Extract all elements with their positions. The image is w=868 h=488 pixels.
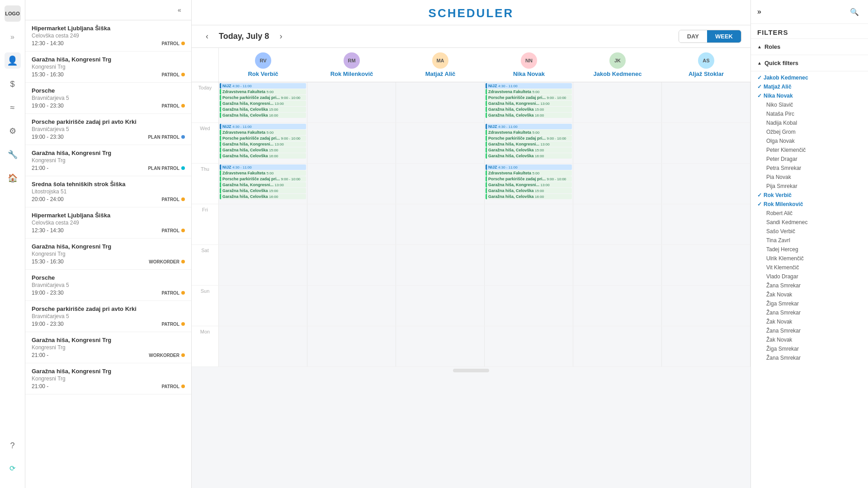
event-1-0-5[interactable]: Garažna hiša, Celovška 16:00 — [220, 153, 306, 159]
job-list-item[interactable]: Sredna šola tehniških strok Šiška Litost… — [25, 176, 191, 207]
job-list-item[interactable]: Garažna hiša, Kongresni Trg Kongresni Tr… — [25, 363, 191, 394]
calendar-cell-6-3[interactable] — [485, 326, 573, 366]
job-list-item[interactable]: Porsche parkirišče zadaj pri avto Krki B… — [25, 114, 191, 145]
filter-person-12[interactable]: Pija Smrekar — [757, 182, 862, 191]
filter-person-20[interactable]: Ulrik Klemenčič — [757, 254, 862, 263]
analytics-icon[interactable]: ≈ — [5, 99, 21, 116]
tools-icon[interactable]: 🔧 — [5, 146, 21, 163]
filter-search-btn[interactable]: 🔍 — [847, 5, 862, 19]
calendar-cell-6-5[interactable] — [662, 326, 750, 366]
event-1-0-1[interactable]: Zdravstvena Fakulteta 5:00 — [220, 130, 306, 135]
filter-person-11[interactable]: Pia Novak — [757, 173, 862, 182]
expand-sidebar-btn[interactable]: » — [5, 29, 21, 45]
calendar-cell-4-0[interactable] — [219, 245, 307, 285]
filter-person-6[interactable]: Ožbej Grom — [757, 127, 862, 136]
event-0-0-5[interactable]: Garažna hiša, Celovška 16:00 — [220, 113, 306, 118]
next-week-btn[interactable]: › — [274, 30, 287, 43]
job-list-item[interactable]: Hipermarket Ljubljana Šiška Celovška ces… — [25, 20, 191, 52]
filter-person-8[interactable]: Peter Klemenčič — [757, 145, 862, 155]
event-2-3-1[interactable]: Zdravstvena Fakulteta 5:00 — [486, 170, 572, 176]
event-1-0-3[interactable]: Garažna hiša, Kongresni... 13:00 — [220, 141, 306, 147]
settings-icon[interactable]: ⚙ — [5, 123, 21, 139]
event-2-0-3[interactable]: Garažna hiša, Kongresni... 13:00 — [220, 182, 306, 188]
event-0-3-2[interactable]: Porsche parkirišče zadaj pri... 9:00 - 1… — [486, 95, 572, 100]
event-2-0-0[interactable]: NIJZ 4:30 - 11:00 — [220, 164, 306, 170]
event-1-0-2[interactable]: Porsche parkirišče zadaj pri... 9:00 - 1… — [220, 136, 306, 141]
event-2-3-5[interactable]: Garažna hiša, Celovška 16:00 — [486, 194, 572, 199]
calendar-cell-0-3[interactable]: NIJZ 4:30 - 11:00Zdravstvena Fakulteta 5… — [485, 82, 573, 122]
calendar-cell-4-2[interactable] — [396, 245, 485, 285]
calendar-cell-2-0[interactable]: NIJZ 4:30 - 11:00Zdravstvena Fakulteta 5… — [219, 164, 307, 204]
calendar-cell-3-4[interactable] — [573, 204, 662, 244]
event-2-3-2[interactable]: Porsche parkirišče zadaj pri... 9:00 - 1… — [486, 176, 572, 182]
job-list-item[interactable]: Porsche Bravničarjeva 5 19:00 - 23:30 PA… — [25, 270, 191, 301]
calendar-cell-2-3[interactable]: NIJZ 4:30 - 11:00Zdravstvena Fakulteta 5… — [485, 164, 573, 204]
event-1-3-1[interactable]: Zdravstvena Fakulteta 5:00 — [486, 130, 572, 135]
event-2-3-4[interactable]: Garažna hiša, Celovška 15:00 — [486, 188, 572, 193]
filter-person-19[interactable]: Tadej Herceg — [757, 245, 862, 254]
filter-person-14[interactable]: ✓ Rok Milenkovič — [757, 200, 862, 209]
day-view-btn[interactable]: DAY — [679, 30, 707, 42]
calendar-cell-1-2[interactable] — [396, 123, 485, 163]
calendar-cell-0-5[interactable] — [662, 82, 750, 122]
job-list-item[interactable]: Hipermarket Ljubljana Šiška Celovška ces… — [25, 207, 191, 239]
calendar-cell-1-0[interactable]: NIJZ 4:30 - 11:00Zdravstvena Fakulteta 5… — [219, 123, 307, 163]
calendar-cell-3-3[interactable] — [485, 204, 573, 244]
filter-person-17[interactable]: Sašo Verbič — [757, 227, 862, 236]
event-0-0-2[interactable]: Porsche parkirišče zadaj pri... 9:00 - 1… — [220, 95, 306, 100]
filter-person-1[interactable]: ✓ Matjaž Alič — [757, 82, 862, 91]
calendar-cell-3-1[interactable] — [307, 204, 396, 244]
event-0-3-0[interactable]: NIJZ 4:30 - 11:00 — [486, 83, 572, 89]
collapse-filter-btn[interactable]: » — [757, 8, 770, 16]
filter-person-23[interactable]: Žana Smrekar — [757, 281, 862, 290]
help-icon[interactable]: ? — [5, 437, 21, 454]
event-0-0-1[interactable]: Zdravstvena Fakulteta 5:00 — [220, 89, 306, 94]
event-1-0-4[interactable]: Garažna hiša, Celovška 15:00 — [220, 147, 306, 153]
event-0-0-0[interactable]: NIJZ 4:30 - 11:00 — [220, 83, 306, 89]
calendar-cell-5-4[interactable] — [573, 286, 662, 326]
job-list-item[interactable]: Porsche parkirišče zadaj pri avto Krki B… — [25, 301, 191, 332]
calendar-cell-1-1[interactable] — [307, 123, 396, 163]
logo-icon[interactable]: LOGO — [5, 5, 21, 22]
calendar-cell-6-1[interactable] — [307, 326, 396, 366]
calendar-cell-0-1[interactable] — [307, 82, 396, 122]
calendar-cell-2-2[interactable] — [396, 164, 485, 204]
event-1-3-2[interactable]: Porsche parkirišče zadaj pri... 9:00 - 1… — [486, 136, 572, 141]
calendar-cell-6-2[interactable] — [396, 326, 485, 366]
calendar-cell-3-0[interactable] — [219, 204, 307, 244]
event-2-3-0[interactable]: NIJZ 4:30 - 11:00 — [486, 164, 572, 170]
calendar-cell-1-3[interactable]: NIJZ 4:30 - 11:00Zdravstvena Fakulteta 5… — [485, 123, 573, 163]
calendar-cell-2-5[interactable] — [662, 164, 750, 204]
event-1-3-0[interactable]: NIJZ 4:30 - 11:00 — [486, 124, 572, 129]
event-0-0-4[interactable]: Garažna hiša, Celovška 15:00 — [220, 107, 306, 112]
calendar-scrollbar[interactable] — [453, 369, 489, 372]
prev-week-btn[interactable]: ‹ — [201, 30, 213, 43]
filter-person-21[interactable]: Vit Klemenčič — [757, 263, 862, 272]
filter-person-29[interactable]: Žak Novak — [757, 335, 862, 344]
event-1-0-0[interactable]: NIJZ 4:30 - 11:00 — [220, 124, 306, 129]
event-0-3-3[interactable]: Garažna hiša, Kongresni... 13:00 — [486, 101, 572, 106]
filter-person-13[interactable]: ✓ Rok Verbič — [757, 191, 862, 200]
filter-person-31[interactable]: Žana Smrekar — [757, 353, 862, 362]
calendar-cell-4-5[interactable] — [662, 245, 750, 285]
filter-person-3[interactable]: Niko Slavič — [757, 100, 862, 109]
calendar-cell-3-2[interactable] — [396, 204, 485, 244]
job-list-item[interactable]: Garažna hiša, Kongresni Trg Kongresni Tr… — [25, 332, 191, 363]
event-0-3-5[interactable]: Garažna hiša, Celovška 16:00 — [486, 113, 572, 118]
event-2-0-4[interactable]: Garažna hiša, Celovška 15:00 — [220, 188, 306, 193]
filter-person-18[interactable]: Tina Zavrl — [757, 236, 862, 245]
calendar-cell-5-0[interactable] — [219, 286, 307, 326]
filter-person-4[interactable]: Nataša Pirc — [757, 109, 862, 118]
filter-person-10[interactable]: Petra Smrekar — [757, 164, 862, 173]
job-list-item[interactable]: Garažna hiša, Kongresni Trg Kongresni Tr… — [25, 145, 191, 176]
filter-person-27[interactable]: Žak Novak — [757, 317, 862, 326]
filter-person-9[interactable]: Peter Dragar — [757, 155, 862, 164]
calendar-cell-1-5[interactable] — [662, 123, 750, 163]
logo-bottom-icon[interactable]: ⟳ — [5, 460, 21, 476]
profile-icon[interactable]: 👤 — [5, 52, 21, 69]
event-0-0-3[interactable]: Garažna hiša, Kongresni... 13:00 — [220, 101, 306, 106]
calendar-cell-5-2[interactable] — [396, 286, 485, 326]
calendar-cell-0-4[interactable] — [573, 82, 662, 122]
calendar-cell-4-1[interactable] — [307, 245, 396, 285]
job-list-scroll[interactable]: Hipermarket Ljubljana Šiška Celovška ces… — [25, 20, 191, 488]
